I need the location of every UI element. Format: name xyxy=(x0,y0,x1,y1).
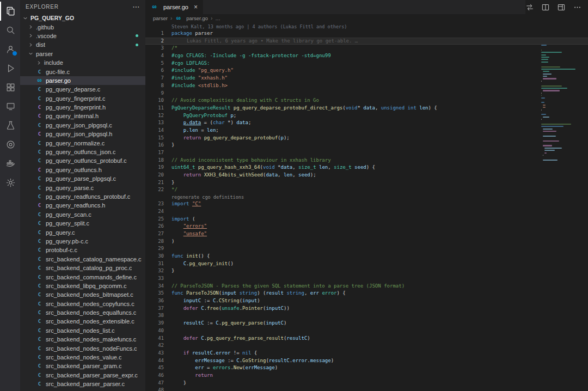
tree-item-pg-query-scan-c[interactable]: Cpg_query_scan.c xyxy=(20,210,145,219)
tree-item-dist[interactable]: dist xyxy=(20,40,145,49)
tree-item-pg-query-json-plpgsql-c[interactable]: Cpg_query_json_plpgsql.c xyxy=(20,121,145,130)
gitlens-blame-header[interactable]: Steven Kalt, 13 months ago | 4 authors (… xyxy=(145,23,588,30)
code-line-33[interactable]: 33 xyxy=(145,275,588,283)
code-line-34[interactable]: 34// ParseToJSON - Parses the given SQL … xyxy=(145,283,588,290)
remote-explorer-icon[interactable] xyxy=(0,97,20,116)
tree-item-src-backend-libpq-pqcomm-c[interactable]: Csrc_backend_libpq_pqcomm.c xyxy=(20,282,145,290)
code-line-13[interactable]: 13 p.data = (char *) data; xyxy=(145,119,588,127)
tree-item-parser[interactable]: parser xyxy=(20,50,145,58)
docker-icon[interactable] xyxy=(0,154,20,173)
code-line-43[interactable]: 43 if resultC.error != nil { xyxy=(145,350,588,357)
code-line-18[interactable]: 18// Avoid inconsistent type behaviour i… xyxy=(145,157,588,164)
breadcrumb-item[interactable]: parser xyxy=(153,15,168,21)
code-line-42[interactable]: 42 xyxy=(145,342,588,350)
code-line-38[interactable]: 38 xyxy=(145,312,588,320)
code-line-45[interactable]: 45 err = errors.New(errMessage) xyxy=(145,364,588,372)
code-line-41[interactable]: 41 defer C.pg_query_free_parse_result(re… xyxy=(145,335,588,343)
tree-item-pg-query-fingerprint-h[interactable]: Cpg_query_fingerprint.h xyxy=(20,103,145,112)
tree-item-guc-file-c[interactable]: Cguc-file.c xyxy=(20,67,145,76)
breadcrumb-item[interactable]: GOparser.go xyxy=(175,15,208,21)
code-line-39[interactable]: 39 resultC := C.pg_query_parse(inputC) xyxy=(145,320,588,327)
tab-parser-go[interactable]: GO parser.go × xyxy=(145,0,203,14)
tree-item-pg-query-normalize-c[interactable]: Cpg_query_normalize.c xyxy=(20,138,145,147)
tree-item--github[interactable]: .github xyxy=(20,22,145,31)
tree-item-protobuf-c-c[interactable]: Cprotobuf-c.c xyxy=(20,246,145,254)
code-line-23[interactable]: 23import "C" xyxy=(145,200,588,208)
code-line-26[interactable]: 26 "errors" xyxy=(145,223,588,230)
run-debug-icon[interactable] xyxy=(0,59,20,78)
tree-item-src-backend-nodes-extensible-c[interactable]: Csrc_backend_nodes_extensible.c xyxy=(20,317,145,326)
tree-item-src-backend-nodes-nodefuncs-c[interactable]: Csrc_backend_nodes_nodeFuncs.c xyxy=(20,344,145,352)
code-line-27[interactable]: 27 "unsafe" xyxy=(145,230,588,238)
explorer-icon[interactable] xyxy=(0,2,20,21)
code-line-9[interactable]: 9 xyxy=(145,90,588,97)
code-line-35[interactable]: 35func ParseToJSON(input string) (result… xyxy=(145,290,588,297)
code-line-1[interactable]: 1package parser xyxy=(145,30,588,38)
search-icon[interactable] xyxy=(0,21,20,40)
tree-item-pg-query-split-c[interactable]: Cpg_query_split.c xyxy=(20,219,145,228)
code-line-3[interactable]: 3/* xyxy=(145,45,588,52)
tree-item-pg-query-outfuncs-h[interactable]: Cpg_query_outfuncs.h xyxy=(20,166,145,174)
tree-item-parser-go[interactable]: GOparser.go xyxy=(20,76,145,85)
code-line-11[interactable]: 11PgQueryDeparseResult pg_query_deparse_… xyxy=(145,105,588,112)
code-line-5[interactable]: 5#cgo LDFLAGS: xyxy=(145,60,588,68)
tree-item-pg-query-pb-c-c[interactable]: Cpg_query.pb-c.c xyxy=(20,237,145,246)
live-share-icon[interactable] xyxy=(0,135,20,154)
testing-icon[interactable] xyxy=(0,116,20,135)
tree-item-src-backend-nodes-bitmapset-c[interactable]: Csrc_backend_nodes_bitmapset.c xyxy=(20,290,145,299)
code-line-47[interactable]: 47 } xyxy=(145,380,588,387)
codelens[interactable]: regenerate cgo definitions xyxy=(145,194,588,200)
settings-sync-icon[interactable] xyxy=(0,173,20,192)
code-line-48[interactable]: 48 xyxy=(145,387,588,391)
split-editor-icon[interactable] xyxy=(541,3,550,11)
tree-item-src-backend-parser-gram-c[interactable]: Csrc_backend_parser_gram.c xyxy=(20,362,145,370)
code-line-16[interactable]: 16} xyxy=(145,142,588,149)
code-line-24[interactable]: 24 xyxy=(145,208,588,216)
tree-item-src-backend-nodes-equalfuncs-c[interactable]: Csrc_backend_nodes_equalfuncs.c xyxy=(20,308,145,317)
code-line-40[interactable]: 40 xyxy=(145,327,588,335)
breadcrumb-item[interactable]: … xyxy=(215,15,220,21)
tree-item-pg-query-internal-h[interactable]: Cpg_query_internal.h xyxy=(20,112,145,120)
code-line-19[interactable]: 19uint64_t pg_query_hash_xxh3_64(void *d… xyxy=(145,164,588,172)
code-line-31[interactable]: 31 C.pg_query_init() xyxy=(145,260,588,268)
code-line-46[interactable]: 46 return xyxy=(145,372,588,380)
extensions-icon[interactable] xyxy=(0,78,20,97)
code-editor[interactable]: Steven Kalt, 13 months ago | 4 authors (… xyxy=(145,22,588,391)
code-line-29[interactable]: 29 xyxy=(145,245,588,253)
code-line-28[interactable]: 28) xyxy=(145,238,588,246)
code-line-8[interactable]: 8#include <stdlib.h> xyxy=(145,82,588,90)
tree-item-pg-query-fingerprint-c[interactable]: Cpg_query_fingerprint.c xyxy=(20,94,145,103)
tree-item-pg-query-deparse-c[interactable]: Cpg_query_deparse.c xyxy=(20,85,145,94)
more-actions-icon[interactable]: ⋯ xyxy=(132,3,140,11)
code-line-17[interactable]: 17 xyxy=(145,149,588,157)
tree-item-src-backend-catalog-pg-proc-c[interactable]: Csrc_backend_catalog_pg_proc.c xyxy=(20,264,145,272)
tree-item-pg-query-readfuncs-h[interactable]: Cpg_query_readfuncs.h xyxy=(20,201,145,210)
tree-item-src-backend-parser-parser-c[interactable]: Csrc_backend_parser_parser.c xyxy=(20,380,145,388)
tree-item-pg-query-outfuncs-protobuf-c[interactable]: Cpg_query_outfuncs_protobuf.c xyxy=(20,156,145,165)
tree-item-pg-query-json-plpgsql-h[interactable]: Cpg_query_json_plpgsql.h xyxy=(20,130,145,138)
close-tab-icon[interactable]: × xyxy=(194,3,198,11)
tree-item-pg-query-outfuncs-json-c[interactable]: Cpg_query_outfuncs_json.c xyxy=(20,148,145,156)
tree-item-pg-query-go[interactable]: PG_QUERY_GO xyxy=(20,14,145,22)
tree-item-pg-query-parse-plpgsql-c[interactable]: Cpg_query_parse_plpgsql.c xyxy=(20,174,145,183)
code-line-12[interactable]: 12 PgQueryProtobuf p; xyxy=(145,112,588,120)
code-line-14[interactable]: 14 p.len = len; xyxy=(145,127,588,135)
layout-icon[interactable] xyxy=(557,3,566,11)
tree-item-include[interactable]: include xyxy=(20,58,145,67)
code-line-32[interactable]: 32} xyxy=(145,267,588,275)
code-line-30[interactable]: 30func init() { xyxy=(145,253,588,260)
code-line-36[interactable]: 36 inputC := C.CString(input) xyxy=(145,297,588,305)
account-icon[interactable] xyxy=(0,40,20,59)
code-line-4[interactable]: 4#cgo CFLAGS: -Iinclude -g -fstack-prote… xyxy=(145,52,588,60)
code-line-7[interactable]: 7#include "xxhash.h" xyxy=(145,75,588,82)
tree-item-pg-query-readfuncs-protobuf-c[interactable]: Cpg_query_readfuncs_protobuf.c xyxy=(20,192,145,201)
tree-item-src-backend-nodes-copyfuncs-c[interactable]: Csrc_backend_nodes_copyfuncs.c xyxy=(20,300,145,308)
code-line-6[interactable]: 6#include "pg_query.h" xyxy=(145,67,588,75)
code-line-37[interactable]: 37 defer C.free(unsafe.Pointer(inputC)) xyxy=(145,305,588,313)
code-line-25[interactable]: 25import ( xyxy=(145,216,588,223)
code-line-2[interactable]: 2Lukas Fittl, 6 years ago • Make the lib… xyxy=(145,38,588,45)
code-line-15[interactable]: 15 return pg_query_deparse_protobuf(p); xyxy=(145,135,588,142)
code-line-22[interactable]: 22*/ xyxy=(145,186,588,194)
tree-item-src-backend-parser-parse-expr-c[interactable]: Csrc_backend_parser_parse_expr.c xyxy=(20,371,145,380)
code-line-21[interactable]: 21} xyxy=(145,179,588,187)
